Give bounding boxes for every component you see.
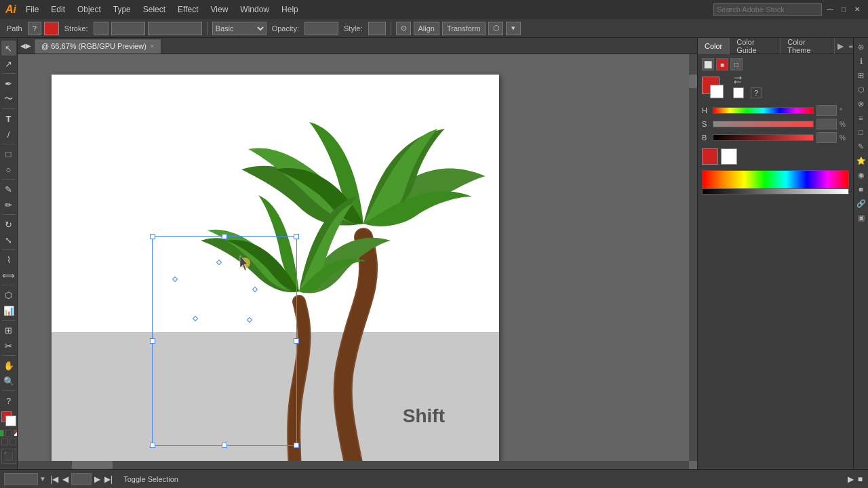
vertical-scrollbar[interactable] bbox=[689, 54, 697, 461]
next-page-btn[interactable]: ▶ bbox=[93, 473, 102, 485]
tool-line[interactable]: / bbox=[1, 127, 16, 142]
tool-ellipse[interactable]: ○ bbox=[1, 162, 16, 177]
menu-view[interactable]: View bbox=[205, 3, 234, 16]
color-chip-green[interactable] bbox=[0, 430, 4, 436]
tool-paintbrush[interactable]: ✎ bbox=[1, 182, 16, 197]
panel-icon-3[interactable]: □ bbox=[730, 58, 743, 70]
color-spectrum-bw[interactable] bbox=[702, 189, 849, 195]
stroke-color-chip[interactable] bbox=[5, 415, 16, 426]
opacity-input[interactable]: 100% bbox=[304, 22, 338, 35]
brightness-slider[interactable] bbox=[713, 134, 814, 141]
align-label-btn[interactable]: Align bbox=[414, 22, 439, 35]
path-options-btn[interactable]: ? bbox=[28, 22, 41, 35]
tab-close-btn[interactable]: × bbox=[151, 43, 154, 49]
rpi-info[interactable]: ℹ bbox=[855, 55, 867, 67]
menu-file[interactable]: File bbox=[20, 3, 44, 16]
maximize-button[interactable]: □ bbox=[838, 3, 849, 14]
tool-rect[interactable]: □ bbox=[1, 146, 16, 161]
document-tab[interactable]: @ 66,67% (RGB/GPU Preview) × bbox=[34, 39, 161, 54]
stock-search-input[interactable] bbox=[713, 3, 822, 16]
tool-zoom[interactable]: 🔍 bbox=[1, 373, 16, 388]
tab-collapse-btn[interactable]: ◀▶ bbox=[20, 42, 31, 49]
menu-edit[interactable]: Edit bbox=[45, 3, 71, 16]
color-spectrum[interactable] bbox=[702, 170, 849, 189]
tool-curvature[interactable]: 〜 bbox=[1, 92, 16, 106]
panel-icon-1[interactable]: ⬜ bbox=[702, 58, 714, 70]
transform-btn[interactable]: Transform bbox=[442, 22, 486, 35]
tool-artboard[interactable]: ⊞ bbox=[1, 323, 16, 338]
tool-slice[interactable]: ✂ bbox=[1, 338, 16, 353]
hscroll-thumb[interactable] bbox=[72, 461, 113, 469]
panel-icon-2[interactable]: ■ bbox=[716, 58, 728, 70]
menu-type[interactable]: Type bbox=[108, 3, 136, 16]
menu-effect[interactable]: Effect bbox=[172, 3, 203, 16]
stroke-weight-input[interactable] bbox=[111, 22, 145, 35]
rpi-pathfinder[interactable]: ⊗ bbox=[855, 98, 867, 110]
prev-page-btn[interactable]: ◀ bbox=[61, 473, 70, 485]
default-colors-icon[interactable] bbox=[733, 87, 744, 98]
rpi-artboards[interactable]: □ bbox=[855, 126, 867, 138]
tool-blend[interactable]: ⬡ bbox=[1, 287, 16, 302]
saturation-slider[interactable] bbox=[713, 121, 814, 127]
canvas-area[interactable]: ◀▶ @ 66,67% (RGB/GPU Preview) × bbox=[18, 38, 697, 469]
bg-color-swatch[interactable] bbox=[710, 85, 724, 98]
rpi-links[interactable]: 🔗 bbox=[855, 197, 867, 209]
stop-btn[interactable]: ■ bbox=[856, 473, 864, 485]
panel-menu-btn[interactable]: ▶ bbox=[835, 41, 846, 51]
rpi-layers[interactable]: ≡ bbox=[855, 112, 867, 124]
none-color-icon[interactable]: ? bbox=[751, 87, 762, 98]
rpi-brushes[interactable]: ✎ bbox=[855, 140, 867, 152]
menu-help[interactable]: Help bbox=[276, 3, 304, 16]
hue-value[interactable] bbox=[816, 105, 837, 116]
tool-question[interactable]: ? bbox=[1, 393, 16, 408]
last-page-btn[interactable]: ▶| bbox=[103, 473, 114, 485]
close-button[interactable]: ✕ bbox=[852, 3, 863, 14]
menu-object[interactable]: Object bbox=[72, 3, 106, 16]
red-swatch[interactable] bbox=[702, 148, 718, 165]
tool-selection[interactable]: ↖ bbox=[1, 41, 16, 56]
tool-pen[interactable]: ✒ bbox=[1, 76, 16, 91]
extra-btn[interactable]: ⬡ bbox=[488, 22, 503, 35]
color-chip-bg2[interactable] bbox=[9, 439, 16, 445]
color-chip-none[interactable] bbox=[5, 430, 12, 436]
rpi-appearance[interactable]: ◉ bbox=[855, 169, 867, 181]
rpi-transform[interactable]: ⬡ bbox=[855, 83, 867, 96]
first-page-btn[interactable]: |◀ bbox=[49, 473, 60, 485]
rpi-graphic-styles[interactable]: ■ bbox=[855, 183, 867, 195]
tool-warp[interactable]: ⌇ bbox=[1, 252, 16, 267]
color-chip-bg[interactable] bbox=[1, 439, 8, 445]
zoom-input[interactable]: 66,67% bbox=[4, 473, 38, 485]
tool-width[interactable]: ⟺ bbox=[1, 268, 16, 283]
stroke-style-select[interactable]: Basic bbox=[212, 22, 267, 35]
extra-btn2[interactable]: ▾ bbox=[506, 22, 521, 35]
rpi-image-trace[interactable]: ▣ bbox=[855, 211, 867, 224]
tab-color-theme[interactable]: Color Theme bbox=[781, 38, 834, 54]
horizontal-scrollbar[interactable] bbox=[18, 461, 689, 469]
minimize-button[interactable]: — bbox=[825, 3, 835, 14]
tool-graph[interactable]: 📊 bbox=[1, 303, 16, 318]
hue-slider[interactable] bbox=[713, 107, 814, 114]
align-to-btn[interactable]: ⊙ bbox=[396, 22, 411, 35]
tool-symbol[interactable]: ⬛ bbox=[1, 449, 16, 464]
brightness-value[interactable] bbox=[816, 132, 837, 143]
tool-pencil[interactable]: ✏ bbox=[1, 197, 16, 212]
tool-rotate[interactable]: ↻ bbox=[1, 217, 16, 232]
fill-btn[interactable] bbox=[44, 22, 59, 35]
rpi-navigator[interactable]: ⊕ bbox=[855, 41, 867, 53]
canvas-content[interactable]: Shift bbox=[18, 54, 697, 469]
swap-colors-icon[interactable] bbox=[733, 75, 744, 85]
tool-type[interactable]: T bbox=[1, 111, 16, 126]
white-swatch[interactable] bbox=[721, 148, 737, 165]
rpi-symbols[interactable]: ⭐ bbox=[855, 155, 867, 167]
tool-scale[interactable]: ⤡ bbox=[1, 232, 16, 247]
tab-color[interactable]: Color bbox=[698, 38, 730, 54]
tool-hand[interactable]: ✋ bbox=[1, 358, 16, 373]
page-input[interactable]: 1 bbox=[71, 473, 92, 485]
vscroll-thumb[interactable] bbox=[689, 75, 697, 88]
menu-select[interactable]: Select bbox=[138, 3, 171, 16]
play-btn[interactable]: ▶ bbox=[846, 473, 855, 485]
menu-window[interactable]: Window bbox=[235, 3, 275, 16]
saturation-value[interactable] bbox=[816, 119, 837, 129]
rpi-align[interactable]: ⊞ bbox=[855, 69, 867, 81]
zoom-dropdown-icon[interactable]: ▼ bbox=[39, 475, 46, 483]
